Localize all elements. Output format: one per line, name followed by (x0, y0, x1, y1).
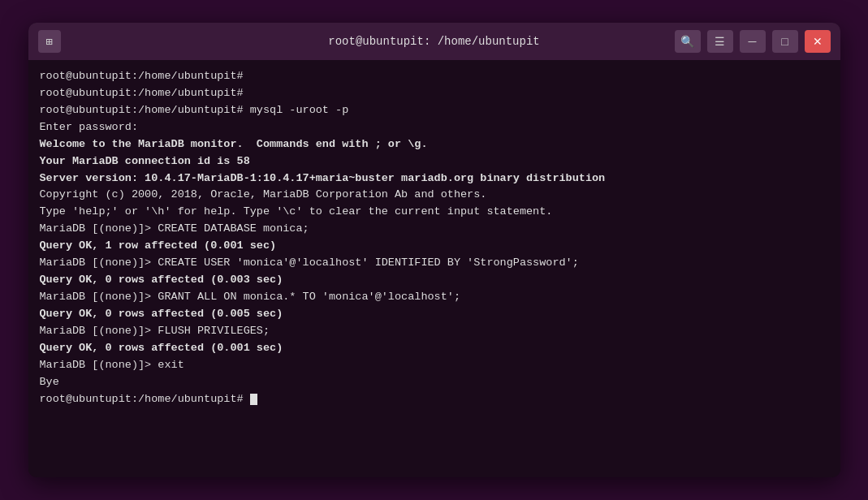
terminal-line: Query OK, 1 row affected (0.001 sec) (40, 238, 829, 255)
minimize-button[interactable]: ─ (740, 30, 766, 53)
terminal-line: root@ubuntupit:/home/ubuntupit# (40, 391, 829, 408)
terminal-line: Welcome to the MariaDB monitor. Commands… (40, 136, 829, 153)
titlebar-controls: 🔍 ☰ ─ □ ✕ (675, 30, 831, 53)
window-title: root@ubuntupit: /home/ubuntupit (328, 35, 539, 48)
terminal-window: ⊞ root@ubuntupit: /home/ubuntupit 🔍 ☰ ─ … (28, 23, 840, 477)
terminal-line: Your MariaDB connection id is 58 (40, 153, 829, 170)
terminal-line: MariaDB [(none)]> CREATE USER 'monica'@'… (40, 255, 829, 272)
terminal-line: MariaDB [(none)]> CREATE DATABASE monica… (40, 221, 829, 238)
terminal-line: MariaDB [(none)]> FLUSH PRIVILEGES; (40, 323, 829, 340)
close-button[interactable]: ✕ (805, 30, 831, 53)
terminal-line: Server version: 10.4.17-MariaDB-1:10.4.1… (40, 170, 829, 188)
terminal-line: Query OK, 0 rows affected (0.005 sec) (40, 306, 829, 323)
menu-button[interactable]: ☰ (707, 30, 733, 53)
terminal-line: root@ubuntupit:/home/ubuntupit# (40, 85, 829, 102)
terminal-line: MariaDB [(none)]> exit (40, 357, 829, 374)
terminal-line: Enter password: (40, 119, 829, 136)
terminal-line: root@ubuntupit:/home/ubuntupit# mysql -u… (40, 102, 829, 119)
terminal-line: Type 'help;' or '\h' for help. Type '\c'… (40, 204, 829, 221)
terminal-line: MariaDB [(none)]> GRANT ALL ON monica.* … (40, 289, 829, 306)
terminal-line: Query OK, 0 rows affected (0.003 sec) (40, 272, 829, 289)
maximize-button[interactable]: □ (772, 30, 798, 53)
search-button[interactable]: 🔍 (675, 30, 701, 53)
terminal-line: root@ubuntupit:/home/ubuntupit# (40, 68, 829, 85)
terminal-line: Query OK, 0 rows affected (0.001 sec) (40, 340, 829, 357)
terminal-icon: ⊞ (38, 30, 61, 53)
terminal-body[interactable]: root@ubuntupit:/home/ubuntupit#root@ubun… (28, 60, 840, 477)
terminal-line: Copyright (c) 2000, 2018, Oracle, MariaD… (40, 187, 829, 204)
terminal-line: Bye (40, 374, 829, 391)
terminal-cursor (250, 394, 257, 405)
terminal-icon-symbol: ⊞ (45, 35, 52, 49)
titlebar: ⊞ root@ubuntupit: /home/ubuntupit 🔍 ☰ ─ … (28, 23, 840, 60)
titlebar-left: ⊞ (38, 30, 61, 53)
